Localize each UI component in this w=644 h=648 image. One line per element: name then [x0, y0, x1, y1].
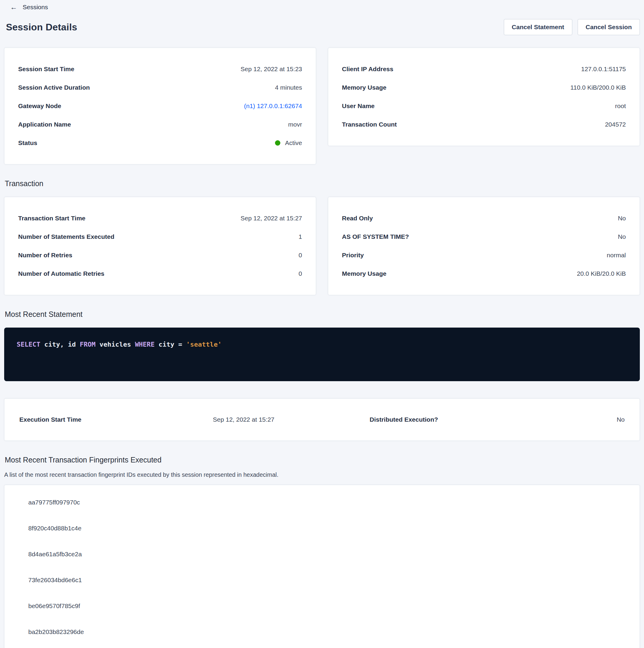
sql-token: city = [155, 341, 186, 348]
field-label: Execution Start Time [19, 416, 81, 423]
execution-grid: Execution Start Time Sep 12, 2022 at 15:… [19, 399, 625, 440]
fingerprint-list-item: 8f920c40d88b1c4e [4, 515, 640, 541]
distributed-execution-value: No [617, 416, 625, 423]
fingerprints-card: aa79775ff097970c 8f920c40d88b1c4e 8d4ae6… [4, 485, 640, 648]
field-label: Application Name [18, 121, 71, 128]
sql-token: city, id [40, 341, 79, 348]
field-label: Number of Statements Executed [18, 233, 114, 240]
field-row: Transaction Start Time Sep 12, 2022 at 1… [18, 209, 302, 227]
read-only-value: No [618, 215, 626, 222]
field-label: Priority [342, 252, 364, 259]
session-summary-card-left: Session Start Time Sep 12, 2022 at 15:23… [4, 48, 316, 164]
sql-token: vehicles [96, 341, 135, 348]
field-label: Session Active Duration [18, 84, 90, 91]
field-row: Memory Usage 20.0 KiB/20.0 KiB [342, 264, 626, 283]
transaction-memory-usage-value: 20.0 KiB/20.0 KiB [577, 270, 626, 277]
field-row: AS OF SYSTEM TIME? No [342, 227, 626, 246]
page-header: Session Details Cancel Statement Cancel … [4, 19, 640, 35]
transaction-section-heading: Transaction [5, 179, 640, 188]
field-row: Number of Retries 0 [18, 246, 302, 264]
field-row: Client IP Address 127.0.0.1:51175 [342, 60, 626, 78]
sql-statement-text: SELECT city, id FROM vehicles WHERE city… [17, 341, 627, 348]
field-row: Transaction Count 204572 [342, 115, 626, 134]
retries-value: 0 [298, 252, 302, 259]
fingerprint-list-item: aa79775ff097970c [4, 489, 640, 515]
field-row: Memory Usage 110.0 KiB/200.0 KiB [342, 78, 626, 97]
session-summary-row: Session Start Time Sep 12, 2022 at 15:23… [4, 48, 640, 164]
sql-token: FROM [80, 341, 96, 348]
field-row: Read Only No [342, 209, 626, 227]
field-row: Gateway Node (n1) 127.0.0.1:62674 [18, 97, 302, 115]
field-label: AS OF SYSTEM TIME? [342, 233, 409, 240]
field-label: Status [18, 140, 37, 147]
statement-section-heading: Most Recent Statement [5, 310, 640, 319]
session-active-duration-value: 4 minutes [275, 84, 302, 91]
field-row: Distributed Execution? No [343, 399, 625, 440]
sql-token: SELECT [17, 341, 40, 348]
field-label: Number of Retries [18, 252, 72, 259]
field-label: Gateway Node [18, 102, 61, 110]
gateway-node-link[interactable]: (n1) 127.0.0.1:62674 [244, 102, 302, 110]
field-row: Priority normal [342, 246, 626, 264]
field-label: Transaction Count [342, 121, 397, 128]
as-of-system-time-value: No [618, 233, 626, 240]
fingerprints-description: A list of the most recent transaction fi… [4, 471, 640, 478]
statements-executed-value: 1 [298, 233, 302, 240]
execution-start-time-value: Sep 12, 2022 at 15:27 [213, 416, 274, 423]
fingerprint-list-item: be06e9570f785c9f [4, 593, 640, 619]
automatic-retries-value: 0 [298, 270, 302, 277]
field-label: Session Start Time [18, 65, 74, 73]
sql-token: WHERE [135, 341, 155, 348]
fingerprint-list-item: 73fe26034bd6e6c1 [4, 567, 640, 593]
field-row: Session Active Duration 4 minutes [18, 78, 302, 97]
field-row: Application Name movr [18, 115, 302, 134]
breadcrumb-label: Sessions [22, 4, 48, 11]
fingerprint-list-item: 8d4ae61a5fb3ce2a [4, 541, 640, 567]
transaction-cards-row: Transaction Start Time Sep 12, 2022 at 1… [4, 197, 640, 295]
field-row: User Name root [342, 97, 626, 115]
sql-token: 'seattle' [186, 341, 222, 348]
execution-card: Execution Start Time Sep 12, 2022 at 15:… [4, 398, 640, 441]
session-summary-card-right: Client IP Address 127.0.0.1:51175 Memory… [328, 48, 640, 146]
page-title: Session Details [6, 22, 77, 33]
field-row: Status Active [18, 134, 302, 152]
field-label: Transaction Start Time [18, 215, 85, 222]
field-row: Number of Statements Executed 1 [18, 227, 302, 246]
cancel-session-button[interactable]: Cancel Session [578, 19, 640, 35]
breadcrumb-back-sessions[interactable]: ← Sessions [4, 2, 48, 11]
transaction-card-right: Read Only No AS OF SYSTEM TIME? No Prior… [328, 197, 640, 295]
transaction-card-left: Transaction Start Time Sep 12, 2022 at 1… [4, 197, 316, 295]
fingerprints-section-heading: Most Recent Transaction Fingerprints Exe… [5, 455, 640, 464]
field-label: Number of Automatic Retries [18, 270, 105, 277]
session-start-time-value: Sep 12, 2022 at 15:23 [240, 65, 302, 73]
status-badge: Active [275, 140, 302, 147]
field-label: Memory Usage [342, 270, 386, 277]
field-label: Distributed Execution? [370, 416, 438, 423]
application-name-value: movr [288, 121, 302, 128]
back-arrow-icon: ← [10, 3, 17, 11]
header-actions: Cancel Statement Cancel Session [504, 19, 640, 35]
user-name-value: root [615, 102, 626, 110]
transaction-start-time-value: Sep 12, 2022 at 15:27 [240, 215, 302, 222]
fingerprint-list-item: ba2b203b823296de [4, 619, 640, 645]
field-label: User Name [342, 102, 375, 110]
status-active-dot-icon [275, 140, 280, 146]
memory-usage-value: 110.0 KiB/200.0 KiB [571, 84, 626, 91]
client-ip-value: 127.0.0.1:51175 [581, 65, 626, 73]
session-details-page: ← Sessions Session Details Cancel Statem… [0, 0, 644, 648]
status-value: Active [285, 140, 302, 147]
cancel-statement-button[interactable]: Cancel Statement [504, 19, 572, 35]
field-row: Session Start Time Sep 12, 2022 at 15:23 [18, 60, 302, 78]
field-row: Number of Automatic Retries 0 [18, 264, 302, 283]
field-label: Read Only [342, 215, 373, 222]
transaction-count-value: 204572 [605, 121, 626, 128]
field-row: Execution Start Time Sep 12, 2022 at 15:… [19, 399, 301, 440]
field-label: Client IP Address [342, 65, 394, 73]
priority-value: normal [607, 252, 626, 259]
field-label: Memory Usage [342, 84, 386, 91]
sql-statement-block: SELECT city, id FROM vehicles WHERE city… [4, 328, 640, 381]
